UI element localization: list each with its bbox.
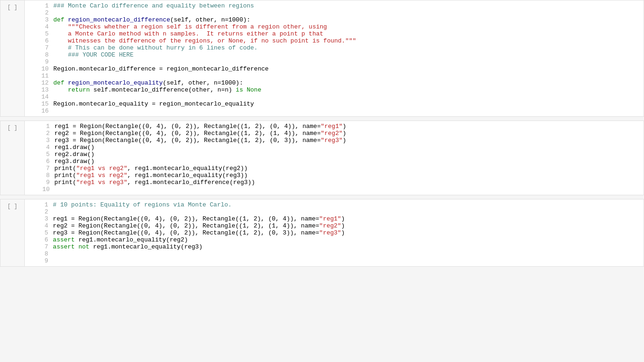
line-code: reg3 = Region(Rectangle((0, 4), (0, 2)),… — [53, 229, 644, 236]
line-number: 15 — [25, 100, 53, 107]
line-number: 2 — [25, 9, 53, 16]
line-number: 9 — [25, 58, 53, 65]
line-code: # 10 points: Equality of regions via Mon… — [53, 201, 644, 208]
line-number: 6 — [25, 158, 54, 165]
cell-1: [ ]1### Monte Carlo difference and equal… — [0, 0, 644, 117]
line-number: 8 — [25, 172, 54, 179]
code-line: 6 witnesses the difference of the region… — [25, 37, 644, 44]
line-code — [54, 186, 644, 193]
line-code: reg2 = Region(Rectangle((0, 4), (0, 2)),… — [53, 222, 644, 229]
line-number: 13 — [25, 86, 53, 93]
line-number: 7 — [25, 44, 53, 51]
line-code: a Monte Carlo method with n samples. It … — [53, 30, 644, 37]
code-line: 4 """Checks whether a region self is dif… — [25, 23, 644, 30]
code-line: 3reg3 = Region(Rectangle((0, 4), (0, 2))… — [25, 137, 644, 144]
code-line: 8 ### YOUR CODE HERE — [25, 51, 644, 58]
code-line: 6assert reg1.montecarlo_equality(reg2) — [25, 236, 644, 243]
code-line: 3def region_montecarlo_difference(self, … — [25, 16, 644, 23]
line-number: 8 — [25, 51, 53, 58]
code-line: 5 a Monte Carlo method with n samples. I… — [25, 30, 644, 37]
line-number: 8 — [25, 250, 53, 257]
code-lines: 1# 10 points: Equality of regions via Mo… — [25, 201, 644, 264]
code-line: 1# 10 points: Equality of regions via Mo… — [25, 201, 644, 208]
code-line: 12def region_montecarlo_equality(self, o… — [25, 79, 644, 86]
code-line: 4reg1.draw() — [25, 144, 644, 151]
code-line: 15Region.montecarlo_equality = region_mo… — [25, 100, 644, 107]
line-code: assert reg1.montecarlo_equality(reg2) — [53, 236, 644, 243]
line-code: reg2.draw() — [54, 151, 644, 158]
code-line: 2 — [25, 9, 644, 16]
line-number: 4 — [25, 23, 53, 30]
cell-gutter: [ ] — [0, 0, 25, 116]
cell-gutter: [ ] — [0, 199, 25, 266]
notebook: [ ]1### Monte Carlo difference and equal… — [0, 0, 644, 267]
code-line: 7assert not reg1.montecarlo_equality(reg… — [25, 243, 644, 250]
code-line: 1### Monte Carlo difference and equality… — [25, 2, 644, 9]
line-number: 10 — [25, 65, 53, 72]
line-code — [53, 107, 644, 114]
line-number: 14 — [25, 93, 53, 100]
line-number: 2 — [25, 130, 54, 137]
line-number: 1 — [25, 2, 53, 9]
code-line: 16 — [25, 107, 644, 114]
line-code — [53, 208, 644, 215]
line-number: 5 — [25, 229, 53, 236]
code-lines: 1reg1 = Region(Rectangle((0, 4), (0, 2))… — [25, 123, 644, 193]
line-code: reg1 = Region(Rectangle((0, 4), (0, 2)),… — [54, 123, 644, 130]
line-code: Region.montecarlo_equality = region_mont… — [53, 100, 644, 107]
line-code: def region_montecarlo_difference(self, o… — [53, 16, 644, 23]
line-code — [53, 72, 644, 79]
code-line: 5reg3 = Region(Rectangle((0, 4), (0, 2))… — [25, 229, 644, 236]
line-number: 9 — [25, 257, 53, 264]
code-line: 14 — [25, 93, 644, 100]
line-code: reg1 = Region(Rectangle((0, 4), (0, 2)),… — [53, 215, 644, 222]
line-code: witnesses the difference of the regions,… — [53, 37, 644, 44]
line-code: ### Monte Carlo difference and equality … — [53, 2, 644, 9]
cell-3: [ ]1# 10 points: Equality of regions via… — [0, 199, 644, 267]
code-line: 1reg1 = Region(Rectangle((0, 4), (0, 2))… — [25, 123, 644, 130]
line-number: 4 — [25, 222, 53, 229]
line-number: 11 — [25, 72, 53, 79]
line-code: ### YOUR CODE HERE — [53, 51, 644, 58]
line-code — [53, 93, 644, 100]
cell-content: 1# 10 points: Equality of regions via Mo… — [25, 199, 644, 266]
line-number: 3 — [25, 137, 54, 144]
line-number: 10 — [25, 186, 54, 193]
line-number: 1 — [25, 201, 53, 208]
line-code: """Checks whether a region self is diffe… — [53, 23, 644, 30]
line-number: 16 — [25, 107, 53, 114]
cell-content: 1reg1 = Region(Rectangle((0, 4), (0, 2))… — [25, 121, 644, 195]
code-line: 9 — [25, 58, 644, 65]
code-line: 9print("reg1 vs reg3", reg1.montecarlo_d… — [25, 179, 644, 186]
line-code: def region_montecarlo_equality(self, oth… — [53, 79, 644, 86]
line-code: print("reg1 vs reg3", reg1.montecarlo_di… — [54, 179, 644, 186]
line-number: 5 — [25, 30, 53, 37]
line-number: 5 — [25, 151, 54, 158]
code-line: 4reg2 = Region(Rectangle((0, 4), (0, 2))… — [25, 222, 644, 229]
line-code — [53, 58, 644, 65]
line-number: 6 — [25, 37, 53, 44]
line-number: 4 — [25, 144, 54, 151]
code-line: 10Region.montecarlo_difference = region_… — [25, 65, 644, 72]
line-number: 6 — [25, 236, 53, 243]
code-line: 8print("reg1 vs reg2", reg1.montecarlo_e… — [25, 172, 644, 179]
code-line: 2 — [25, 208, 644, 215]
code-line: 6reg3.draw() — [25, 158, 644, 165]
line-code: return self.montecarlo_difference(other,… — [53, 86, 644, 93]
code-line: 11 — [25, 72, 644, 79]
code-line: 9 — [25, 257, 644, 264]
cell-2: [ ]1reg1 = Region(Rectangle((0, 4), (0, … — [0, 121, 644, 195]
line-number: 7 — [25, 165, 54, 172]
code-line: 5reg2.draw() — [25, 151, 644, 158]
cell-bracket: [ ] — [7, 124, 18, 131]
cell-content: 1### Monte Carlo difference and equality… — [25, 0, 644, 116]
code-line: 13 return self.montecarlo_difference(oth… — [25, 86, 644, 93]
line-number: 3 — [25, 215, 53, 222]
line-code: reg3 = Region(Rectangle((0, 4), (0, 2)),… — [54, 137, 644, 144]
line-number: 1 — [25, 123, 54, 130]
code-line: 3reg1 = Region(Rectangle((0, 4), (0, 2))… — [25, 215, 644, 222]
line-code: assert not reg1.montecarlo_equality(reg3… — [53, 243, 644, 250]
line-code: reg2 = Region(Rectangle((0, 4), (0, 2)),… — [54, 130, 644, 137]
code-line: 7print("reg1 vs reg2", reg1.montecarlo_e… — [25, 165, 644, 172]
line-code — [53, 250, 644, 257]
